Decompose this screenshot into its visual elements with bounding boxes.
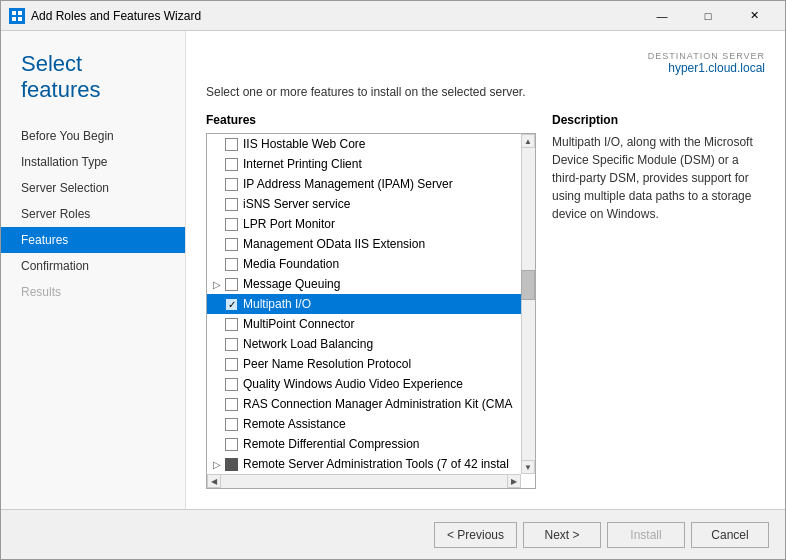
feature-item-internet-printing[interactable]: Internet Printing Client: [207, 154, 535, 174]
feature-item-quality-windows[interactable]: Quality Windows Audio Video Experience: [207, 374, 535, 394]
destination-server-label: DESTINATION SERVER: [206, 51, 765, 61]
checkbox-network-load-balancing[interactable]: [225, 338, 238, 351]
previous-button[interactable]: < Previous: [434, 522, 517, 548]
feature-label-multipoint-connector: MultiPoint Connector: [243, 317, 354, 331]
checkbox-isns[interactable]: [225, 198, 238, 211]
svg-rect-0: [12, 11, 16, 15]
scroll-left-arrow[interactable]: ◀: [207, 474, 221, 488]
feature-label-remote-server-admin: Remote Server Administration Tools (7 of…: [243, 457, 509, 471]
next-button[interactable]: Next >: [523, 522, 601, 548]
features-layout: Features IIS Hostable Web CoreInternet P…: [206, 113, 765, 489]
scroll-up-arrow[interactable]: ▲: [521, 134, 535, 148]
page-title: Select features: [1, 51, 185, 123]
destination-server-info: DESTINATION SERVER hyper1.cloud.local: [206, 51, 765, 75]
description-panel-title: Description: [552, 113, 765, 127]
feature-label-network-load-balancing: Network Load Balancing: [243, 337, 373, 351]
expand-arrow-message-queuing: ▷: [213, 279, 225, 290]
destination-server-value: hyper1.cloud.local: [668, 61, 765, 75]
checkbox-peer-name[interactable]: [225, 358, 238, 371]
feature-label-internet-printing: Internet Printing Client: [243, 157, 362, 171]
sidebar-item-before-you-begin[interactable]: Before You Begin: [1, 123, 185, 149]
feature-item-ras-connection[interactable]: RAS Connection Manager Administration Ki…: [207, 394, 535, 414]
sidebar-item-results: Results: [1, 279, 185, 305]
feature-label-remote-assistance: Remote Assistance: [243, 417, 346, 431]
checkbox-media-foundation[interactable]: [225, 258, 238, 271]
feature-label-media-foundation: Media Foundation: [243, 257, 339, 271]
main-content: DESTINATION SERVER hyper1.cloud.local Se…: [186, 31, 785, 509]
sidebar-item-server-selection[interactable]: Server Selection: [1, 175, 185, 201]
checkbox-multipath-io[interactable]: [225, 298, 238, 311]
checkbox-multipoint-connector[interactable]: [225, 318, 238, 331]
feature-item-management-odata[interactable]: Management OData IIS Extension: [207, 234, 535, 254]
scrollbar-thumb[interactable]: [521, 270, 535, 300]
title-bar: Add Roles and Features Wizard — □ ✕: [1, 1, 785, 31]
feature-label-lpr-monitor: LPR Port Monitor: [243, 217, 335, 231]
scroll-down-arrow[interactable]: ▼: [521, 460, 535, 474]
scrollbar-track: ▼ ▲: [521, 134, 535, 474]
maximize-button[interactable]: □: [685, 1, 731, 31]
checkbox-management-odata[interactable]: [225, 238, 238, 251]
feature-label-management-odata: Management OData IIS Extension: [243, 237, 425, 251]
feature-label-quality-windows: Quality Windows Audio Video Experience: [243, 377, 463, 391]
checkbox-lpr-monitor[interactable]: [225, 218, 238, 231]
feature-item-network-load-balancing[interactable]: Network Load Balancing: [207, 334, 535, 354]
checkbox-remote-assistance[interactable]: [225, 418, 238, 431]
sidebar-item-confirmation[interactable]: Confirmation: [1, 253, 185, 279]
description-panel-text: Multipath I/O, along with the Microsoft …: [552, 133, 765, 223]
nav-list: Before You BeginInstallation TypeServer …: [1, 123, 185, 305]
feature-item-message-queuing[interactable]: ▷Message Queuing: [207, 274, 535, 294]
checkbox-iis-hostable[interactable]: [225, 138, 238, 151]
sidebar: Select features Before You BeginInstalla…: [1, 31, 186, 509]
cancel-button[interactable]: Cancel: [691, 522, 769, 548]
feature-label-isns: iSNS Server service: [243, 197, 350, 211]
feature-label-peer-name: Peer Name Resolution Protocol: [243, 357, 411, 371]
feature-item-remote-server-admin[interactable]: ▷Remote Server Administration Tools (7 o…: [207, 454, 535, 474]
feature-item-isns[interactable]: iSNS Server service: [207, 194, 535, 214]
sidebar-item-installation-type[interactable]: Installation Type: [1, 149, 185, 175]
install-button[interactable]: Install: [607, 522, 685, 548]
checkbox-ras-connection[interactable]: [225, 398, 238, 411]
feature-item-iis-hostable[interactable]: IIS Hostable Web Core: [207, 134, 535, 154]
feature-item-multipoint-connector[interactable]: MultiPoint Connector: [207, 314, 535, 334]
content-area: Select features Before You BeginInstalla…: [1, 31, 785, 509]
checkbox-quality-windows[interactable]: [225, 378, 238, 391]
feature-label-iis-hostable: IIS Hostable Web Core: [243, 137, 366, 151]
feature-item-remote-differential[interactable]: Remote Differential Compression: [207, 434, 535, 454]
window-title: Add Roles and Features Wizard: [31, 9, 639, 23]
minimize-button[interactable]: —: [639, 1, 685, 31]
checkbox-ip-address[interactable]: [225, 178, 238, 191]
sidebar-item-features[interactable]: Features: [1, 227, 185, 253]
feature-label-message-queuing: Message Queuing: [243, 277, 340, 291]
feature-label-ras-connection: RAS Connection Manager Administration Ki…: [243, 397, 512, 411]
feature-label-remote-differential: Remote Differential Compression: [243, 437, 420, 451]
features-panel-title: Features: [206, 113, 536, 127]
intro-description: Select one or more features to install o…: [206, 85, 765, 99]
feature-item-ip-address[interactable]: IP Address Management (IPAM) Server: [207, 174, 535, 194]
description-panel: Description Multipath I/O, along with th…: [552, 113, 765, 489]
feature-item-lpr-monitor[interactable]: LPR Port Monitor: [207, 214, 535, 234]
feature-item-peer-name[interactable]: Peer Name Resolution Protocol: [207, 354, 535, 374]
close-button[interactable]: ✕: [731, 1, 777, 31]
footer: < Previous Next > Install Cancel: [1, 509, 785, 559]
feature-item-remote-assistance[interactable]: Remote Assistance: [207, 414, 535, 434]
feature-item-multipath-io[interactable]: Multipath I/O: [207, 294, 535, 314]
wizard-window: Add Roles and Features Wizard — □ ✕ Sele…: [0, 0, 786, 560]
features-list-container: IIS Hostable Web CoreInternet Printing C…: [206, 133, 536, 489]
checkbox-remote-server-admin[interactable]: [225, 458, 238, 471]
features-panel: Features IIS Hostable Web CoreInternet P…: [206, 113, 536, 489]
checkbox-internet-printing[interactable]: [225, 158, 238, 171]
svg-rect-1: [18, 11, 22, 15]
svg-rect-3: [18, 17, 22, 21]
feature-label-multipath-io: Multipath I/O: [243, 297, 311, 311]
app-icon: [9, 8, 25, 24]
scroll-right-arrow[interactable]: ▶: [507, 474, 521, 488]
feature-label-ip-address: IP Address Management (IPAM) Server: [243, 177, 453, 191]
checkbox-remote-differential[interactable]: [225, 438, 238, 451]
sidebar-item-server-roles[interactable]: Server Roles: [1, 201, 185, 227]
svg-rect-2: [12, 17, 16, 21]
checkbox-message-queuing[interactable]: [225, 278, 238, 291]
features-list[interactable]: IIS Hostable Web CoreInternet Printing C…: [207, 134, 535, 488]
feature-item-media-foundation[interactable]: Media Foundation: [207, 254, 535, 274]
hscrollbar-track: ◀ ▶: [207, 474, 521, 488]
window-controls: — □ ✕: [639, 1, 777, 31]
